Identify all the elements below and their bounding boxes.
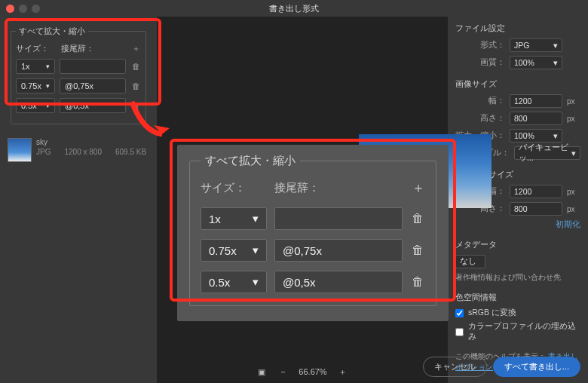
scale-size-select-1[interactable]: 0.75x▾ xyxy=(16,78,55,93)
scale-panel-zoom: すべて拡大・縮小 サイズ： 接尾辞： ＋ 1x▾ 🗑 0.75x▾ @0,75x… xyxy=(177,145,449,321)
colorspace-title: 色空間情報 xyxy=(455,292,580,303)
asset-row[interactable]: sky JPG 1200 x 800 609.5 KB xyxy=(5,132,152,168)
image-size-title: 画像サイズ xyxy=(455,78,580,90)
window-title: 書き出し形式 xyxy=(269,3,319,14)
embed-profile-checkbox[interactable] xyxy=(455,328,464,336)
zoom-size-header: サイズ： xyxy=(201,181,274,195)
window-controls xyxy=(6,5,40,13)
asset-size: 609.5 KB xyxy=(115,148,146,156)
asset-thumbnail xyxy=(8,138,32,162)
left-panel: すべて拡大・縮小 サイズ： 接尾辞： ＋ 1x▾ 🗑 0.75x▾ @0,75x… xyxy=(0,17,157,383)
height-input[interactable]: 800 xyxy=(510,112,562,125)
chevron-down-icon: ▾ xyxy=(571,149,576,158)
chevron-down-icon: ▾ xyxy=(46,63,50,70)
scale-suffix-input-1[interactable]: @0,75x xyxy=(60,78,126,93)
titlebar: 書き出し形式 xyxy=(0,0,588,17)
delete-row-button-1[interactable]: 🗑 xyxy=(130,81,141,90)
srgb-checkbox[interactable] xyxy=(455,309,464,317)
width-label: 幅： xyxy=(488,96,505,106)
cancel-button[interactable]: キャンセル xyxy=(423,357,487,377)
reset-button[interactable]: 初期化 xyxy=(455,219,580,230)
width-input[interactable]: 1200 xyxy=(510,94,562,108)
scale-legend: すべて拡大・縮小 xyxy=(16,26,88,37)
chevron-down-icon: ▾ xyxy=(46,82,50,90)
zoom-suffix-input-1[interactable]: @0,75x xyxy=(274,239,403,262)
zoom-legend: すべて拡大・縮小 xyxy=(201,154,300,168)
delete-row-button-0[interactable]: 🗑 xyxy=(130,62,141,71)
canvas-height-input[interactable]: 800 xyxy=(510,202,562,216)
suffix-header: 接尾辞： xyxy=(61,43,124,54)
zoom-suffix-header: 接尾辞： xyxy=(274,181,412,195)
zoom-delete-button-1[interactable]: 🗑 xyxy=(410,244,425,257)
export-all-button[interactable]: すべて書き出し... xyxy=(493,357,580,377)
scale-suffix-input-2[interactable]: @0,5x xyxy=(60,98,126,113)
format-label: 形式： xyxy=(480,40,505,51)
chevron-down-icon: ▾ xyxy=(553,41,558,50)
canvas-width-input[interactable]: 1200 xyxy=(510,185,562,198)
chevron-down-icon: ▾ xyxy=(253,275,259,289)
delete-row-button-2[interactable]: 🗑 xyxy=(130,101,141,110)
zoom-in-button[interactable]: ＋ xyxy=(338,366,348,377)
zoom-delete-button-0[interactable]: 🗑 xyxy=(410,212,425,225)
dialog-actions: キャンセル すべて書き出し... xyxy=(423,357,580,377)
asset-name: sky xyxy=(36,138,149,146)
scale-select[interactable]: 100%▾ xyxy=(510,129,562,142)
size-header: サイズ： xyxy=(16,43,55,54)
maximize-icon xyxy=(32,5,40,13)
add-scale-button[interactable]: ＋ xyxy=(130,43,141,54)
scale-suffix-input-0[interactable] xyxy=(60,59,126,74)
zoom-value: 66.67% xyxy=(299,367,326,376)
asset-dims: 1200 x 800 xyxy=(64,148,102,156)
resample-select[interactable]: バイキュービッ...▾ xyxy=(514,146,580,160)
scale-size-select-2[interactable]: 0.5x▾ xyxy=(16,98,55,113)
zoom-suffix-input-0[interactable] xyxy=(274,207,403,230)
chevron-down-icon: ▾ xyxy=(253,244,259,257)
chevron-down-icon: ▾ xyxy=(253,212,259,225)
zoom-size-select-2[interactable]: 0.5x▾ xyxy=(201,271,267,293)
scale-all-fieldset: すべて拡大・縮小 サイズ： 接尾辞： ＋ 1x▾ 🗑 0.75x▾ @0,75x… xyxy=(11,26,146,124)
zoom-size-select-1[interactable]: 0.75x▾ xyxy=(201,239,267,262)
zoom-suffix-input-2[interactable]: @0,5x xyxy=(274,271,403,293)
zoom-add-button[interactable]: ＋ xyxy=(412,179,425,197)
quality-label: 画質： xyxy=(480,57,505,68)
zoom-toolbar: ▣ − 66.67% ＋ xyxy=(256,366,348,377)
quality-select[interactable]: 100%▾ xyxy=(510,56,562,69)
metadata-contact: 著作権情報および問い合わせ先 xyxy=(455,272,580,283)
chevron-down-icon: ▾ xyxy=(553,58,558,67)
close-icon[interactable] xyxy=(6,5,14,13)
zoom-out-button[interactable]: − xyxy=(277,366,288,377)
height-label: 高さ： xyxy=(480,113,505,124)
metadata-select[interactable]: なし xyxy=(455,255,485,268)
crop-icon[interactable]: ▣ xyxy=(256,366,267,377)
zoom-size-select-0[interactable]: 1x▾ xyxy=(201,207,267,230)
minimize-icon xyxy=(19,5,27,13)
chevron-down-icon: ▾ xyxy=(46,102,50,109)
zoom-delete-button-2[interactable]: 🗑 xyxy=(410,275,425,289)
scale-size-select-0[interactable]: 1x▾ xyxy=(16,59,55,74)
format-select[interactable]: JPG▾ xyxy=(510,38,562,52)
metadata-title: メタデータ xyxy=(455,239,580,250)
file-settings-title: ファイル設定 xyxy=(455,23,580,34)
asset-format: JPG xyxy=(36,148,51,156)
chevron-down-icon: ▾ xyxy=(553,131,558,140)
